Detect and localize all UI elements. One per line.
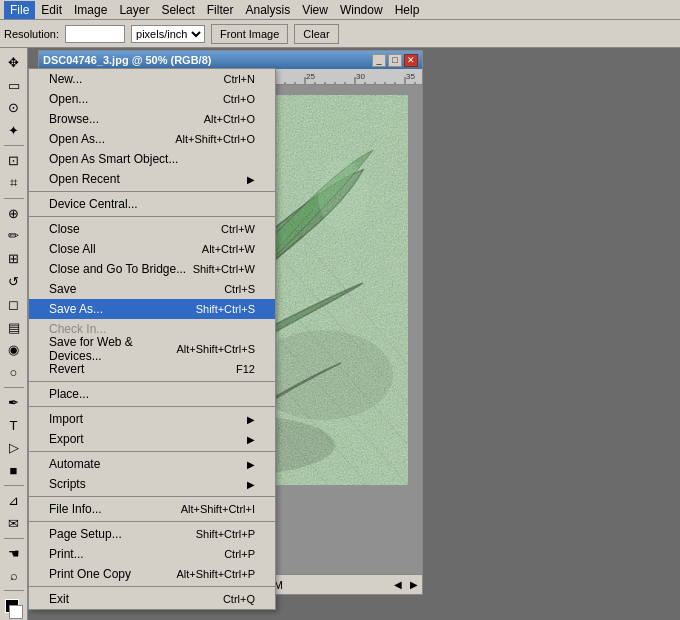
foreground-color[interactable] [3, 599, 25, 620]
document-title: DSC04746_3.jpg @ 50% (RGB/8) [43, 54, 211, 66]
menu-item-exit[interactable]: Exit Ctrl+Q [29, 589, 275, 609]
svg-point-10 [318, 160, 368, 230]
separator-7 [29, 521, 275, 522]
healing-tool[interactable]: ⊕ [3, 203, 25, 224]
separator-3 [29, 381, 275, 382]
text-tool[interactable]: T [3, 415, 25, 436]
menu-item-export[interactable]: Export ▶ [29, 429, 275, 449]
dodge-tool[interactable]: ○ [3, 362, 25, 383]
resolution-input[interactable] [65, 25, 125, 43]
path-selection-tool[interactable]: ▷ [3, 438, 25, 459]
document-titlebar: DSC04746_3.jpg @ 50% (RGB/8) _ □ ✕ [39, 51, 422, 69]
menu-item-file-info[interactable]: File Info... Alt+Shift+Ctrl+I [29, 499, 275, 519]
menu-item-revert[interactable]: Revert F12 [29, 359, 275, 379]
note-tool[interactable]: ✉ [3, 513, 25, 534]
menu-item-open-as[interactable]: Open As... Alt+Shift+Ctrl+O [29, 129, 275, 149]
separator-2 [29, 216, 275, 217]
separator-1 [29, 191, 275, 192]
menu-item-open-smart-object[interactable]: Open As Smart Object... [29, 149, 275, 169]
hand-tool[interactable]: ☚ [3, 543, 25, 564]
menu-item-open-recent[interactable]: Open Recent ▶ [29, 169, 275, 189]
menu-select[interactable]: Select [155, 1, 200, 19]
menu-item-place[interactable]: Place... [29, 384, 275, 404]
options-bar: Resolution: pixels/inch Front Image Clea… [0, 20, 680, 48]
document-controls: _ □ ✕ [372, 54, 418, 67]
menu-item-close-all[interactable]: Close All Alt+Ctrl+W [29, 239, 275, 259]
magic-wand-tool[interactable]: ✦ [3, 120, 25, 141]
menu-window[interactable]: Window [334, 1, 389, 19]
menu-file[interactable]: File [4, 1, 35, 19]
menu-layer[interactable]: Layer [113, 1, 155, 19]
menu-item-automate[interactable]: Automate ▶ [29, 454, 275, 474]
menu-view[interactable]: View [296, 1, 334, 19]
left-toolbar: ✥ ▭ ⊙ ✦ ⊡ ⌗ ⊕ ✏ ⊞ ↺ ◻ ▤ ◉ ○ ✒ T ▷ ■ ⊿ ✉ … [0, 48, 28, 620]
front-image-button[interactable]: Front Image [211, 24, 288, 44]
clear-button[interactable]: Clear [294, 24, 338, 44]
crop-tool[interactable]: ⊡ [3, 150, 25, 171]
menu-item-scripts[interactable]: Scripts ▶ [29, 474, 275, 494]
resolution-unit-select[interactable]: pixels/inch [131, 25, 205, 43]
main-area: ✥ ▭ ⊙ ✦ ⊡ ⌗ ⊕ ✏ ⊞ ↺ ◻ ▤ ◉ ○ ✒ T ▷ ■ ⊿ ✉ … [0, 48, 680, 620]
move-tool[interactable]: ✥ [3, 52, 25, 73]
file-dropdown-menu: New... Ctrl+N Open... Ctrl+O Browse... A… [28, 68, 276, 610]
menu-edit[interactable]: Edit [35, 1, 68, 19]
separator-5 [29, 451, 275, 452]
menu-item-print-one[interactable]: Print One Copy Alt+Shift+Ctrl+P [29, 564, 275, 584]
menu-item-print[interactable]: Print... Ctrl+P [29, 544, 275, 564]
separator-4 [29, 406, 275, 407]
eraser-tool[interactable]: ◻ [3, 294, 25, 315]
eyedropper-tool[interactable]: ⊿ [3, 490, 25, 511]
menu-help[interactable]: Help [389, 1, 426, 19]
shape-tool[interactable]: ■ [3, 460, 25, 481]
pen-tool[interactable]: ✒ [3, 392, 25, 413]
zoom-tool[interactable]: ⌕ [3, 565, 25, 586]
scroll-left-button[interactable]: ◀ [394, 579, 402, 590]
menu-analysis[interactable]: Analysis [239, 1, 296, 19]
separator-6 [29, 496, 275, 497]
brush-tool[interactable]: ✏ [3, 225, 25, 246]
menu-image[interactable]: Image [68, 1, 113, 19]
blur-tool[interactable]: ◉ [3, 339, 25, 360]
menu-item-save-web[interactable]: Save for Web & Devices... Alt+Shift+Ctrl… [29, 339, 275, 359]
close-button[interactable]: ✕ [404, 54, 418, 67]
menubar: File Edit Image Layer Select Filter Anal… [0, 0, 680, 20]
maximize-button[interactable]: □ [388, 54, 402, 67]
history-brush-tool[interactable]: ↺ [3, 271, 25, 292]
lasso-tool[interactable]: ⊙ [3, 98, 25, 119]
stamp-tool[interactable]: ⊞ [3, 248, 25, 269]
menu-item-save[interactable]: Save Ctrl+S [29, 279, 275, 299]
menu-item-close-bridge[interactable]: Close and Go To Bridge... Shift+Ctrl+W [29, 259, 275, 279]
separator-8 [29, 586, 275, 587]
menu-item-new[interactable]: New... Ctrl+N [29, 69, 275, 89]
menu-filter[interactable]: Filter [201, 1, 240, 19]
scroll-right-button[interactable]: ▶ [410, 579, 418, 590]
menu-item-import[interactable]: Import ▶ [29, 409, 275, 429]
minimize-button[interactable]: _ [372, 54, 386, 67]
menu-item-device-central[interactable]: Device Central... [29, 194, 275, 214]
marquee-tool[interactable]: ▭ [3, 75, 25, 96]
menu-item-save-as[interactable]: Save As... Shift+Ctrl+S [29, 299, 275, 319]
canvas-area: DSC04746_3.jpg @ 50% (RGB/8) _ □ ✕ [28, 48, 680, 620]
menu-item-browse[interactable]: Browse... Alt+Ctrl+O [29, 109, 275, 129]
menu-item-page-setup[interactable]: Page Setup... Shift+Ctrl+P [29, 524, 275, 544]
slice-tool[interactable]: ⌗ [3, 173, 25, 194]
menu-item-close[interactable]: Close Ctrl+W [29, 219, 275, 239]
menu-item-open[interactable]: Open... Ctrl+O [29, 89, 275, 109]
resolution-label: Resolution: [4, 28, 59, 40]
gradient-tool[interactable]: ▤ [3, 317, 25, 338]
